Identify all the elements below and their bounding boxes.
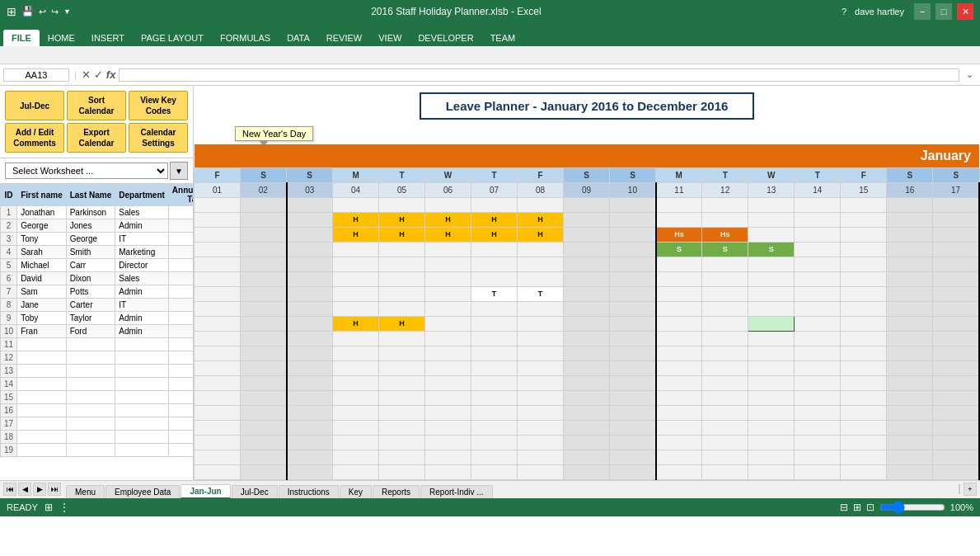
- quick-access-save[interactable]: 💾: [21, 6, 34, 17]
- cal-cell-9-16[interactable]: [933, 316, 979, 331]
- cal-cell-8-8[interactable]: [564, 301, 610, 316]
- cal-cell-5-4[interactable]: [379, 257, 425, 271]
- cal-cell-6-9[interactable]: [610, 271, 656, 286]
- cal-cell-1-16[interactable]: [933, 197, 979, 212]
- cal-cell-5-11[interactable]: [702, 257, 748, 271]
- cal-cell-5-15[interactable]: [887, 257, 933, 271]
- tab-team[interactable]: TEAM: [482, 30, 524, 46]
- cal-cell-9-14[interactable]: [841, 316, 887, 331]
- cal-cell-2-2[interactable]: [287, 212, 333, 227]
- cal-cell-4-10[interactable]: S: [656, 242, 702, 257]
- sheet-tab-scroll-prev[interactable]: ◀: [18, 483, 31, 496]
- sheet-tab-scroll-next[interactable]: ▶: [33, 483, 46, 496]
- minimize-button[interactable]: −: [914, 3, 931, 20]
- cal-cell-5-10[interactable]: [656, 257, 702, 271]
- cal-cell-2-14[interactable]: [841, 212, 887, 227]
- tab-review[interactable]: REVIEW: [318, 30, 370, 46]
- cal-cell-3-0[interactable]: [195, 227, 241, 242]
- cal-cell-3-1[interactable]: [241, 227, 287, 242]
- view-page-layout-icon[interactable]: ⊞: [853, 502, 861, 513]
- cal-cell-10-5[interactable]: [425, 331, 471, 346]
- cal-cell-10-8[interactable]: [564, 331, 610, 346]
- cal-cell-10-10[interactable]: [656, 331, 702, 346]
- cal-cell-5-3[interactable]: [333, 257, 379, 271]
- cal-cell-7-5[interactable]: [425, 286, 471, 301]
- cal-cell-5-9[interactable]: [610, 257, 656, 271]
- cal-cell-5-8[interactable]: [564, 257, 610, 271]
- cal-cell-4-16[interactable]: [933, 242, 979, 257]
- cal-cell-5-2[interactable]: [287, 257, 333, 271]
- cal-cell-8-10[interactable]: [656, 301, 702, 316]
- cal-cell-6-7[interactable]: [518, 271, 564, 286]
- name-box[interactable]: [3, 68, 69, 82]
- cal-cell-1-10[interactable]: [656, 197, 702, 212]
- cal-cell-9-15[interactable]: [887, 316, 933, 331]
- tab-page-layout[interactable]: PAGE LAYOUT: [133, 30, 212, 46]
- cal-cell-9-7[interactable]: [518, 316, 564, 331]
- cal-cell-9-13[interactable]: [795, 316, 841, 331]
- sheet-tab-reports[interactable]: Reports: [373, 485, 420, 498]
- cal-cell-4-14[interactable]: [841, 242, 887, 257]
- cal-cell-2-7[interactable]: H: [518, 212, 564, 227]
- cal-cell-6-13[interactable]: [795, 271, 841, 286]
- cal-cell-7-12[interactable]: [748, 286, 795, 301]
- cal-cell-1-4[interactable]: [379, 197, 425, 212]
- cal-cell-7-0[interactable]: [195, 286, 241, 301]
- cal-cell-8-9[interactable]: [610, 301, 656, 316]
- cal-cell-10-3[interactable]: [333, 331, 379, 346]
- quick-access-undo[interactable]: ↩: [39, 7, 46, 17]
- cal-cell-6-11[interactable]: [702, 271, 748, 286]
- cal-cell-9-6[interactable]: [471, 316, 518, 331]
- cal-cell-4-4[interactable]: [379, 242, 425, 257]
- sheet-tab-instructions[interactable]: Instructions: [279, 485, 339, 498]
- cal-cell-4-3[interactable]: [333, 242, 379, 257]
- cal-cell-1-9[interactable]: [610, 197, 656, 212]
- cal-cell-5-16[interactable]: [933, 257, 979, 271]
- sheet-tab-jul-dec[interactable]: Jul-Dec: [232, 485, 278, 498]
- cal-cell-3-14[interactable]: [841, 227, 887, 242]
- cal-cell-6-3[interactable]: [333, 271, 379, 286]
- cal-cell-10-11[interactable]: [702, 331, 748, 346]
- sheet-tab-employee-data[interactable]: Employee Data: [106, 485, 180, 498]
- cal-cell-8-6[interactable]: [471, 301, 518, 316]
- cal-cell-9-12[interactable]: [748, 316, 795, 331]
- cal-cell-3-2[interactable]: [287, 227, 333, 242]
- cal-cell-7-9[interactable]: [610, 286, 656, 301]
- cal-cell-10-14[interactable]: [841, 331, 887, 346]
- worksheet-dropdown-button[interactable]: ▼: [170, 162, 188, 180]
- cal-cell-2-13[interactable]: [795, 212, 841, 227]
- cal-cell-5-0[interactable]: [195, 257, 241, 271]
- cal-cell-9-11[interactable]: [702, 316, 748, 331]
- cal-cell-8-12[interactable]: [748, 301, 795, 316]
- cal-cell-9-2[interactable]: [287, 316, 333, 331]
- cal-cell-6-14[interactable]: [841, 271, 887, 286]
- tab-data[interactable]: DATA: [279, 30, 318, 46]
- cal-cell-2-5[interactable]: H: [425, 212, 471, 227]
- sort-calendar-button[interactable]: Sort Calendar: [67, 91, 126, 120]
- cal-cell-8-0[interactable]: [195, 301, 241, 316]
- cal-cell-7-10[interactable]: [656, 286, 702, 301]
- cal-cell-9-9[interactable]: [610, 316, 656, 331]
- cal-cell-3-8[interactable]: [564, 227, 610, 242]
- cal-cell-2-1[interactable]: [241, 212, 287, 227]
- view-page-break-icon[interactable]: ⊡: [866, 502, 874, 513]
- calendar-settings-button[interactable]: Calendar Settings: [129, 123, 188, 153]
- cal-cell-3-9[interactable]: [610, 227, 656, 242]
- cal-cell-4-12[interactable]: S: [748, 242, 795, 257]
- view-key-codes-button[interactable]: View Key Codes: [129, 91, 188, 120]
- cal-cell-1-2[interactable]: [287, 197, 333, 212]
- cal-cell-10-1[interactable]: [241, 331, 287, 346]
- tab-home[interactable]: HOME: [40, 30, 83, 46]
- cal-cell-6-12[interactable]: [748, 271, 795, 286]
- cal-cell-4-8[interactable]: [564, 242, 610, 257]
- cal-cell-2-0[interactable]: [195, 212, 241, 227]
- cal-cell-4-5[interactable]: [425, 242, 471, 257]
- cal-cell-3-16[interactable]: [933, 227, 979, 242]
- cal-cell-3-5[interactable]: H: [425, 227, 471, 242]
- formula-input[interactable]: [119, 68, 959, 82]
- jul-dec-button[interactable]: Jul-Dec: [5, 91, 64, 120]
- cal-cell-7-6[interactable]: T: [471, 286, 518, 301]
- cal-cell-3-6[interactable]: H: [471, 227, 518, 242]
- cal-cell-1-5[interactable]: [425, 197, 471, 212]
- cal-cell-2-16[interactable]: [933, 212, 979, 227]
